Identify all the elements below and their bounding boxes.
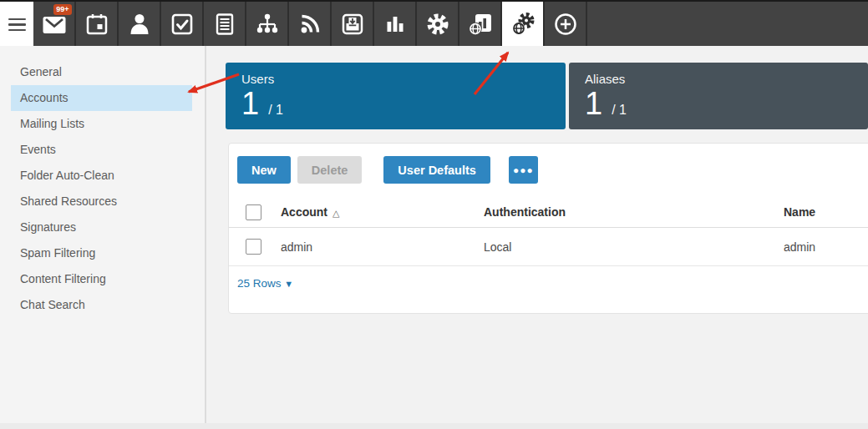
- more-actions-button[interactable]: ●●●: [509, 156, 538, 184]
- row-checkbox[interactable]: [246, 239, 261, 255]
- toolbar-item-mail[interactable]: 99+: [33, 2, 76, 46]
- toolbar-item-sitemap[interactable]: [246, 2, 289, 46]
- aliases-card-value: 1: [585, 88, 602, 121]
- aliases-card-total: / 1: [612, 103, 627, 118]
- toolbar-item-feeds[interactable]: [289, 2, 332, 46]
- column-header-authentication[interactable]: Authentication: [484, 205, 784, 219]
- sidebar-item-signatures[interactable]: Signatures: [11, 214, 192, 240]
- notes-icon: [213, 13, 236, 36]
- toolbar-item-settings[interactable]: [417, 2, 459, 46]
- toolbar-item-contacts[interactable]: [119, 2, 161, 46]
- rss-icon: [298, 13, 321, 35]
- cell-authentication: Local: [484, 240, 784, 254]
- calendar-icon: [85, 13, 109, 36]
- toolbar-item-domain-reports[interactable]: [459, 2, 502, 46]
- horizontal-scrollbar[interactable]: [0, 423, 868, 429]
- sort-asc-icon: △: [332, 208, 339, 218]
- sidebar-item-mailing-lists[interactable]: Mailing Lists: [11, 111, 192, 137]
- sidebar-item-shared-resources[interactable]: Shared Resources: [11, 189, 192, 214]
- users-summary-card[interactable]: Users 1 / 1: [226, 63, 566, 129]
- tasks-icon: [170, 13, 194, 36]
- users-card-total: / 1: [268, 103, 283, 118]
- globe-gear-icon: [510, 11, 536, 38]
- aliases-summary-card[interactable]: Aliases 1 / 1: [569, 63, 868, 129]
- main-content: Users 1 / 1 Aliases 1 / 1 New Delete Use…: [208, 46, 868, 429]
- cell-account: admin: [281, 240, 484, 254]
- toolbar-item-new[interactable]: [545, 2, 587, 46]
- app-window: 99+: [0, 0, 868, 429]
- contacts-icon: [129, 13, 150, 35]
- sidebar-item-content-filtering[interactable]: Content Filtering: [11, 266, 192, 292]
- user-defaults-button[interactable]: User Defaults: [383, 156, 490, 184]
- menu-zone: [0, 2, 33, 48]
- summary-cards: Users 1 / 1 Aliases 1 / 1: [226, 63, 868, 129]
- sidebar-item-events[interactable]: Events: [11, 137, 192, 163]
- new-button[interactable]: New: [237, 156, 291, 184]
- column-header-name[interactable]: Name: [784, 205, 868, 219]
- toolbar-item-domain-settings[interactable]: [502, 2, 545, 46]
- plus-circle-icon: [553, 12, 578, 37]
- unread-count-badge: 99+: [53, 4, 72, 15]
- sitemap-icon: [256, 13, 279, 35]
- toolbar-item-calendar[interactable]: [76, 2, 119, 46]
- sidebar-item-spam-filtering[interactable]: Spam Filtering: [11, 240, 192, 266]
- download-box-icon: [341, 13, 364, 36]
- globe-chart-icon: [468, 12, 493, 37]
- sidebar-item-chat-search[interactable]: Chat Search: [11, 292, 192, 318]
- bar-chart-icon: [383, 13, 407, 35]
- top-toolbar: 99+: [0, 0, 868, 46]
- delete-button[interactable]: Delete: [297, 156, 363, 184]
- sidebar-item-general[interactable]: General: [11, 59, 192, 85]
- users-panel: New Delete User Defaults ●●● Account△ Au…: [228, 143, 868, 314]
- actions-toolbar: New Delete User Defaults ●●●: [229, 144, 868, 184]
- table-header-row: Account△ Authentication Name: [229, 197, 868, 228]
- toolbar-item-notes[interactable]: [204, 2, 246, 46]
- settings-sidebar: General Accounts Mailing Lists Events Fo…: [0, 46, 206, 429]
- column-header-account[interactable]: Account△: [281, 205, 484, 219]
- gear-icon: [425, 12, 450, 37]
- toolbar-icon-strip: 99+: [33, 2, 587, 46]
- mail-icon: [42, 13, 67, 36]
- hamburger-menu-icon[interactable]: [8, 15, 26, 35]
- toolbar-item-reports[interactable]: [374, 2, 417, 46]
- sidebar-item-accounts[interactable]: Accounts: [11, 85, 192, 111]
- select-all-checkbox[interactable]: [246, 204, 261, 220]
- cell-name: admin: [784, 240, 868, 254]
- users-card-title: Users: [241, 72, 566, 86]
- table-row[interactable]: admin Local admin: [229, 228, 868, 266]
- sidebar-item-folder-auto-clean[interactable]: Folder Auto-Clean: [11, 163, 192, 189]
- toolbar-item-file-storage[interactable]: [332, 2, 374, 46]
- chevron-down-icon: ▼: [284, 279, 293, 289]
- rows-per-page-selector[interactable]: 25 Rows ▼: [229, 266, 868, 290]
- toolbar-item-tasks[interactable]: [161, 2, 204, 46]
- aliases-card-title: Aliases: [585, 72, 868, 86]
- users-card-value: 1: [241, 88, 259, 121]
